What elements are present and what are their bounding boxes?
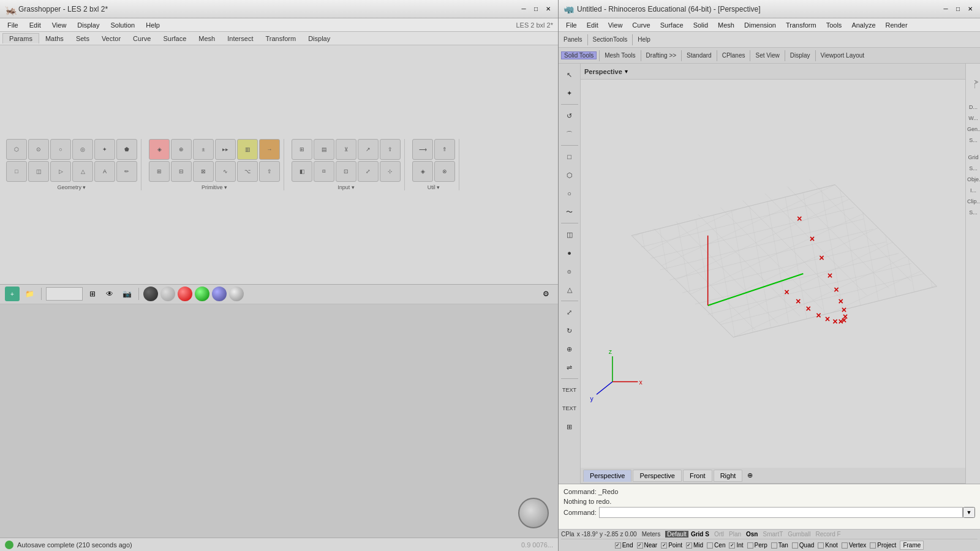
sidebar-tool-mirror[interactable]: ⇌ [561, 359, 578, 376]
sidebar-tool-rect[interactable]: □ [561, 148, 578, 165]
rsi-s1[interactable]: S... [967, 137, 979, 147]
cb-tan[interactable]: Tan [771, 542, 788, 549]
sidebar-tool-text[interactable]: TEXT [561, 381, 578, 399]
rhino-menu-edit[interactable]: Edit [582, 20, 603, 30]
rhino-menu-file[interactable]: File [561, 20, 582, 30]
geo-icon-5[interactable]: ✦ [94, 139, 115, 160]
ortl-item[interactable]: Ortl [714, 531, 724, 538]
maximize-button[interactable]: □ [531, 4, 541, 14]
cplane-label[interactable]: CPla [561, 531, 575, 538]
rsi-s2[interactable]: S... [967, 165, 979, 175]
rsi-clip[interactable]: Clip... [967, 198, 979, 208]
sidebar-tool-dim[interactable]: TEXT [561, 400, 578, 417]
prim-icon-12[interactable]: ⇧ [259, 161, 280, 182]
rhino-menu-mesh[interactable]: Mesh [713, 20, 739, 30]
prim-icon-11[interactable]: ⌥ [237, 161, 258, 182]
sphere-light[interactable] [160, 287, 175, 301]
tab-intersect[interactable]: Intersect [221, 34, 259, 43]
gh-canvas[interactable]: Domain start -30 Domain end 30 Dom A [0, 304, 558, 538]
rsi-s3[interactable]: S... [967, 209, 979, 219]
smartt-item[interactable]: SmartT [763, 531, 783, 538]
rsi-properties[interactable]: A... [967, 66, 979, 103]
cb-quad[interactable]: Quad [792, 542, 814, 549]
rhino-menu-tools[interactable]: Tools [821, 20, 847, 30]
prim-icon-8[interactable]: ⊟ [171, 161, 192, 182]
rhino-menu-surface[interactable]: Surface [655, 20, 688, 30]
tab-curve[interactable]: Curve [127, 34, 157, 43]
rhino-menu-solid[interactable]: Solid [688, 20, 713, 30]
command-scroll-button[interactable]: ▼ [963, 507, 975, 518]
panels-tab[interactable]: Panels [561, 36, 585, 43]
geo-icon-1[interactable]: ⬡ [6, 139, 27, 160]
geo-icon-6[interactable]: ⬟ [116, 139, 137, 160]
menu-help[interactable]: Help [141, 20, 165, 30]
input-icon-8[interactable]: ⊡ [336, 161, 356, 182]
rhino-minimize-button[interactable]: ─ [941, 4, 951, 14]
tab-mesh[interactable]: Mesh [192, 34, 221, 43]
prim-icon-10[interactable]: ∿ [215, 161, 236, 182]
tab-sets[interactable]: Sets [70, 34, 96, 43]
camera-button[interactable]: 📷 [119, 287, 134, 301]
rhino-menu-transform[interactable]: Transform [781, 20, 821, 30]
prim-icon-1[interactable]: ◈ [149, 139, 170, 160]
tab-vector[interactable]: Vector [96, 34, 127, 43]
prim-icon-4[interactable]: ▸▸ [215, 139, 236, 160]
rsi-obj[interactable]: Obje... [967, 176, 979, 186]
util-icon-2[interactable]: ⇑ [434, 139, 455, 160]
standard-tab[interactable]: Standard [684, 52, 714, 59]
cb-near[interactable]: ✓Near [637, 542, 658, 549]
sidebar-tool-move[interactable]: ⤢ [561, 304, 578, 321]
sidebar-tool-sphere[interactable]: ● [561, 244, 578, 261]
prim-icon-7[interactable]: ⊞ [149, 161, 170, 182]
frame-button[interactable]: Frame [900, 541, 924, 550]
minimize-button[interactable]: ─ [519, 4, 529, 14]
prim-icon-2[interactable]: ⊕ [171, 139, 192, 160]
tab-surface[interactable]: Surface [157, 34, 192, 43]
prim-icon-5[interactable]: ▥ [237, 139, 258, 160]
geo-icon-7[interactable]: □ [6, 161, 27, 182]
input-icon-9[interactable]: ⤢ [358, 161, 379, 182]
rsi-w[interactable]: W... [967, 115, 979, 125]
command-input[interactable] [599, 507, 963, 518]
input-icon-6[interactable]: ◧ [292, 161, 312, 182]
help-tab[interactable]: Help [635, 36, 653, 43]
vp-tab-perspective2[interactable]: Perspective [633, 470, 681, 482]
prim-icon-9[interactable]: ⊠ [193, 161, 214, 182]
record-item[interactable]: Record F [816, 531, 841, 538]
sidebar-tool-cone[interactable]: △ [561, 281, 578, 298]
input-icon-2[interactable]: ▤ [314, 139, 334, 160]
cb-knot[interactable]: Knot [818, 542, 838, 549]
cb-int[interactable]: ✓Int [729, 542, 743, 549]
cb-perp[interactable]: Perp [747, 542, 767, 549]
rhino-close-button[interactable]: ✕ [965, 4, 975, 14]
open-button[interactable]: 📁 [22, 287, 37, 301]
sidebar-tool-polyline[interactable]: ⌒ [561, 126, 578, 143]
mesh-tools-tab[interactable]: Mesh Tools [602, 52, 638, 59]
osn-item[interactable]: Osn [746, 531, 758, 538]
vp-tab-right[interactable]: Right [714, 470, 743, 482]
new-file-button[interactable]: + [5, 287, 20, 301]
geo-icon-12[interactable]: ✏ [116, 161, 137, 182]
rhino-menu-curve[interactable]: Curve [627, 20, 655, 30]
sphere-blue[interactable] [212, 287, 227, 301]
rsi-grid[interactable]: Grid [967, 154, 979, 164]
vp-tab-front[interactable]: Front [683, 470, 712, 482]
cb-point[interactable]: ✓Point [661, 542, 682, 549]
sidebar-tool-extra[interactable]: ⊞ [561, 418, 578, 435]
setview-tab[interactable]: Set View [753, 52, 782, 59]
geo-icon-3[interactable]: ○ [50, 139, 71, 160]
solid-tools-tab[interactable]: Solid Tools [561, 51, 597, 59]
sidebar-tool-circle[interactable]: ○ [561, 185, 578, 202]
sphere-green[interactable] [195, 287, 209, 301]
util-icon-4[interactable]: ⊗ [434, 161, 455, 182]
prim-icon-3[interactable]: ± [193, 139, 214, 160]
prim-icon-6[interactable]: → [259, 139, 280, 160]
menu-solution[interactable]: Solution [105, 20, 140, 30]
settings-icon[interactable]: ⚙ [538, 287, 553, 301]
rhino-menu-dimension[interactable]: Dimension [739, 20, 781, 30]
viewport-dropdown-icon[interactable]: ▾ [625, 68, 628, 75]
sidebar-tool-select[interactable]: ↖ [561, 66, 578, 83]
viewport-3d[interactable]: × × × × × × × × × × × × × × × × [581, 80, 980, 468]
menu-edit[interactable]: Edit [24, 20, 46, 30]
input-icon-4[interactable]: ↗ [358, 139, 379, 160]
